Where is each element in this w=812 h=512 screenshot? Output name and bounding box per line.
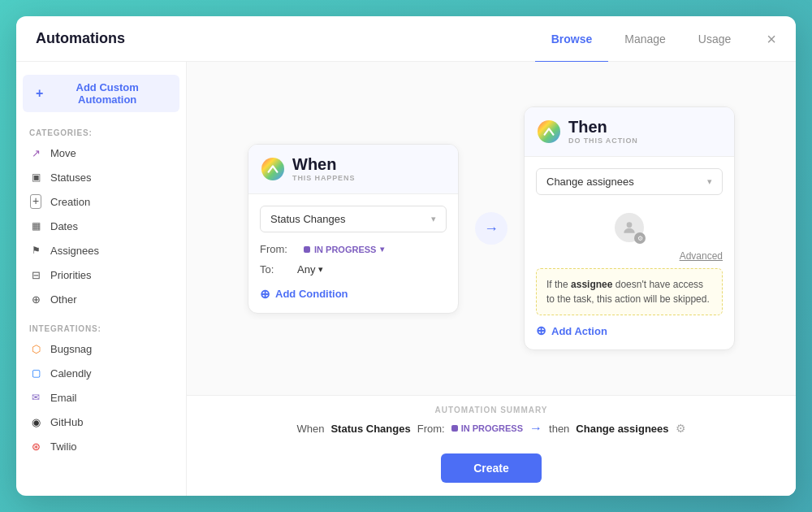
warning-bold: assignee xyxy=(571,279,612,290)
sidebar-item-move[interactable]: Move xyxy=(16,141,186,165)
when-clickup-icon xyxy=(261,158,284,180)
create-button[interactable]: Create xyxy=(441,453,542,483)
sidebar-item-label: GitHub xyxy=(50,416,83,428)
arrow-right-icon: → xyxy=(484,220,499,237)
sidebar-item-twilio[interactable]: Twilio xyxy=(16,434,186,458)
sidebar-item-calendly[interactable]: Calendly xyxy=(16,361,186,385)
other-icon xyxy=(29,293,42,306)
sidebar-item-github[interactable]: GitHub xyxy=(16,410,186,434)
summary-row: When Status Changes From: IN PROGRESS → … xyxy=(206,421,776,436)
warning-prefix: If the xyxy=(546,279,571,290)
tabs-container: Browse Manage Usage xyxy=(535,16,748,62)
then-card-header: Then DO THIS ACTION xyxy=(525,107,734,157)
sidebar-item-label: Priorities xyxy=(50,269,92,281)
sidebar-item-statuses[interactable]: Statuses xyxy=(16,165,186,189)
modal-title: Automations xyxy=(36,30,125,47)
tab-browse[interactable]: Browse xyxy=(535,17,609,63)
add-action-label: Add Action xyxy=(551,325,607,337)
then-clickup-icon xyxy=(538,120,560,143)
gear-icon: ⚙ xyxy=(634,232,646,244)
dropdown-value: Change assignees xyxy=(546,176,634,188)
automations-modal: Automations Browse Manage Usage × + Add … xyxy=(16,16,796,496)
arrow-connector: → xyxy=(475,212,508,245)
when-subtitle: THIS HAPPENS xyxy=(292,174,355,182)
sidebar-item-label: Bugsnag xyxy=(50,343,92,355)
when-card: When THIS HAPPENS Status Changes ▾ From: xyxy=(248,144,459,314)
then-subtitle: DO THIS ACTION xyxy=(568,137,638,145)
tab-usage[interactable]: Usage xyxy=(682,17,747,63)
sidebar-item-label: Statuses xyxy=(50,171,92,184)
sidebar-item-priorities[interactable]: Priorities xyxy=(16,263,186,287)
summary-gear-icon: ⚙ xyxy=(676,422,686,435)
calendly-icon xyxy=(29,367,42,380)
advanced-link[interactable]: Advanced xyxy=(536,250,723,268)
svg-point-0 xyxy=(627,222,633,228)
sidebar: + Add Custom Automation CATEGORIES: Move… xyxy=(16,62,187,496)
add-condition-button[interactable]: ⊕ Add Condition xyxy=(260,282,348,302)
sidebar-item-creation[interactable]: Creation xyxy=(16,189,186,214)
sidebar-item-label: Other xyxy=(50,293,77,306)
then-title: Then xyxy=(568,119,638,135)
dropdown-value: Status Changes xyxy=(270,213,346,225)
then-card: Then DO THIS ACTION Change assignees ▾ xyxy=(524,106,735,350)
summary-status-value: IN PROGRESS xyxy=(461,423,523,433)
status-value: IN PROGRESS xyxy=(314,245,376,254)
sidebar-item-email[interactable]: Email xyxy=(16,385,186,410)
when-title-block: When THIS HAPPENS xyxy=(292,156,355,182)
from-label: From: xyxy=(260,243,289,255)
categories-label: CATEGORIES: xyxy=(16,122,186,141)
status-dot xyxy=(304,246,310,253)
close-button[interactable]: × xyxy=(767,31,776,47)
summary-when: When xyxy=(296,423,324,435)
summary-action: Change assignees xyxy=(576,423,668,435)
sidebar-item-label: Email xyxy=(50,392,77,404)
plus-circle-icon: ⊕ xyxy=(536,323,546,338)
summary-label: AUTOMATION SUMMARY xyxy=(206,406,776,414)
to-label: To: xyxy=(260,263,289,276)
sidebar-item-assignees[interactable]: Assignees xyxy=(16,238,186,263)
sidebar-item-label: Move xyxy=(50,147,76,159)
github-icon xyxy=(29,415,42,428)
automation-canvas: When THIS HAPPENS Status Changes ▾ From: xyxy=(187,62,796,395)
sidebar-item-label: Creation xyxy=(50,196,90,208)
sidebar-item-bugsnag[interactable]: Bugsnag xyxy=(16,336,186,361)
summary-status-dot xyxy=(451,425,458,432)
sidebar-item-other[interactable]: Other xyxy=(16,287,186,311)
summary-arrow-icon: → xyxy=(529,421,542,436)
add-action-button[interactable]: ⊕ Add Action xyxy=(536,323,607,338)
any-value: Any xyxy=(297,263,315,276)
chevron-down-icon: ▾ xyxy=(431,214,436,224)
to-row: To: Any ▾ xyxy=(260,263,447,276)
chevron-down-icon: ▾ xyxy=(707,176,712,187)
any-badge[interactable]: Any ▾ xyxy=(297,263,323,276)
bugsnag-icon xyxy=(29,342,42,355)
twilio-icon xyxy=(29,440,42,453)
sidebar-item-dates[interactable]: Dates xyxy=(16,214,186,238)
move-icon xyxy=(29,146,42,159)
add-custom-label: Add Custom Automation xyxy=(48,81,166,106)
then-card-body: Change assignees ▾ ⚙ xyxy=(525,157,734,349)
plus-circle-icon: ⊕ xyxy=(260,287,270,302)
when-card-header: When THIS HAPPENS xyxy=(248,145,458,194)
email-icon xyxy=(29,391,42,404)
add-custom-automation-button[interactable]: + Add Custom Automation xyxy=(23,75,179,112)
when-card-body: Status Changes ▾ From: IN PROGRESS ▾ xyxy=(248,194,458,313)
when-title: When xyxy=(292,156,355,172)
change-assignees-dropdown[interactable]: Change assignees ▾ xyxy=(536,168,723,195)
warning-box: If the assignee doesn't have access to t… xyxy=(536,268,723,315)
assignee-placeholder: ⚙ xyxy=(536,205,723,250)
summary-trigger: Status Changes xyxy=(330,423,410,435)
summary-from: From: xyxy=(417,423,445,435)
from-row: From: IN PROGRESS ▾ xyxy=(260,242,447,257)
summary-then: then xyxy=(549,423,569,435)
priorities-icon xyxy=(29,268,42,281)
modal-body: + Add Custom Automation CATEGORIES: Move… xyxy=(16,62,796,496)
in-progress-badge[interactable]: IN PROGRESS ▾ xyxy=(297,242,391,257)
chevron-down-icon: ▾ xyxy=(318,264,323,275)
integrations-label: INTEGRATIONS: xyxy=(16,318,186,336)
then-title-block: Then DO THIS ACTION xyxy=(568,119,638,145)
summary-status-badge: IN PROGRESS xyxy=(451,423,523,433)
status-changes-dropdown[interactable]: Status Changes ▾ xyxy=(260,206,447,232)
modal-header: Automations Browse Manage Usage × xyxy=(16,16,796,62)
tab-manage[interactable]: Manage xyxy=(608,17,682,63)
